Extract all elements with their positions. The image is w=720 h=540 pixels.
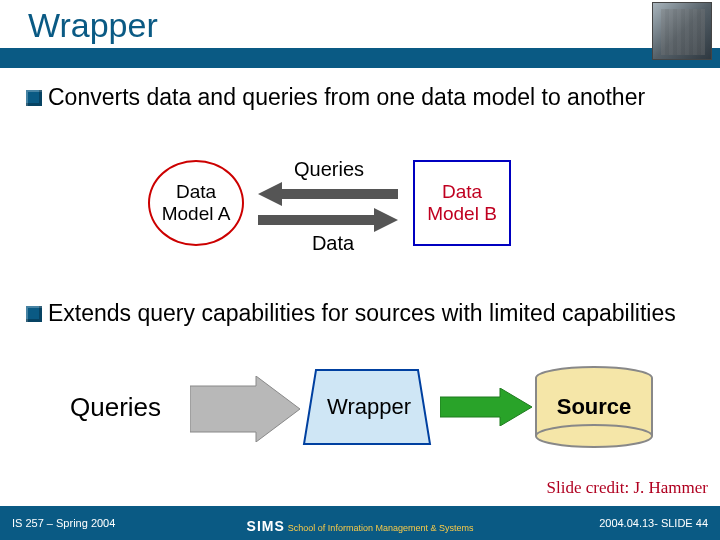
bullet-2-text: Extends query capabilities for sources w… (48, 300, 676, 328)
bullet-icon (26, 90, 42, 106)
wrapper-label: Wrapper (310, 394, 428, 420)
edge-label-queries: Queries (284, 158, 374, 181)
double-arrow-icon (258, 182, 398, 232)
footer-right: 2004.04.13- SLIDE 44 (599, 517, 708, 529)
slide-title: Wrapper (28, 6, 158, 45)
svg-marker-4 (440, 388, 532, 426)
footer: IS 257 – Spring 2004 2004.04.13- SLIDE 4… (0, 506, 720, 540)
diagram-data-models: Data Model A Queries Data Data Model B (0, 158, 720, 278)
svg-marker-1 (258, 208, 398, 232)
header-photo (652, 2, 712, 60)
diagram-wrapper-flow: Queries Wrapper Source (0, 362, 720, 472)
queries-label: Queries (70, 392, 161, 423)
big-arrow-icon (190, 376, 300, 442)
small-arrow-icon (440, 388, 532, 426)
svg-point-7 (536, 425, 652, 447)
bullet-1-text: Converts data and queries from one data … (48, 84, 645, 112)
node-data-model-b: Data Model B (413, 160, 511, 246)
svg-marker-2 (190, 376, 300, 442)
node-data-model-a: Data Model A (148, 160, 244, 246)
node-a-label: Data Model A (150, 181, 242, 225)
svg-marker-0 (258, 182, 398, 206)
bullet-icon (26, 306, 42, 322)
footer-left: IS 257 – Spring 2004 (12, 517, 115, 529)
bullet-1: Converts data and queries from one data … (26, 84, 645, 112)
node-b-label: Data Model B (415, 181, 509, 225)
title-band (0, 48, 720, 68)
bullet-2: Extends query capabilities for sources w… (26, 300, 676, 328)
source-label: Source (534, 394, 654, 420)
slide-credit: Slide credit: J. Hammer (547, 478, 708, 498)
edge-label-data: Data (298, 232, 368, 255)
